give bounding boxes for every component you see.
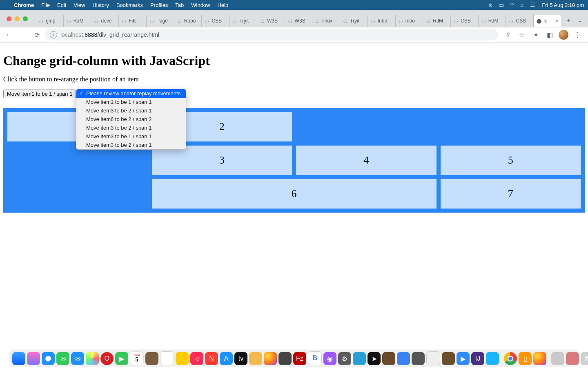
dock-app-1[interactable] — [353, 352, 366, 365]
dock-systemprefs[interactable]: ⚙ — [338, 352, 351, 365]
chrome-menu-icon[interactable]: ⋮ — [572, 30, 582, 40]
tab-overflow-button[interactable]: ⌄ — [574, 14, 586, 26]
dropdown-option[interactable]: Move item3 to be 2 / span 1 — [76, 123, 186, 132]
dock-preview[interactable] — [249, 352, 262, 365]
dock-contacts[interactable] — [145, 352, 158, 365]
browser-tab[interactable]: ◌Robo — [174, 15, 202, 27]
back-button[interactable]: ← — [3, 29, 15, 40]
new-tab-button[interactable]: + — [563, 15, 574, 26]
dropdown-option[interactable]: Move item1 to be 1 / span 1 — [76, 98, 186, 106]
dock-terminal[interactable]: ➤ — [368, 352, 381, 365]
dock-notes[interactable] — [176, 352, 189, 365]
bluetooth-icon[interactable]: ⎋ — [489, 2, 492, 8]
browser-tab[interactable]: ◌RJM — [423, 15, 451, 27]
dropdown-option[interactable]: Move item3 to be 2 / span 1 — [76, 106, 186, 115]
dock-firefox-2[interactable] — [533, 352, 546, 365]
menubar-app-name[interactable]: Chrome — [14, 2, 34, 8]
dock-calculator[interactable] — [278, 352, 292, 365]
dock-opera[interactable]: O — [100, 352, 114, 365]
dock-trash[interactable]: 🗑 — [581, 352, 588, 365]
battery-icon[interactable]: ▭ — [499, 2, 504, 8]
menu-profiles[interactable]: Profiles — [150, 2, 168, 8]
browser-tab[interactable]: ◌W3S — [285, 15, 313, 27]
menu-tab[interactable]: Tab — [175, 2, 184, 8]
dock-app-4[interactable] — [412, 352, 425, 365]
dock-chrome[interactable] — [504, 352, 517, 365]
browser-tab[interactable]: ◌Tryit — [340, 15, 368, 27]
dock-books[interactable]: ▯ — [519, 352, 532, 365]
profile-avatar[interactable] — [559, 30, 568, 40]
dock-news[interactable]: N — [205, 352, 218, 365]
browser-tab[interactable]: ◌W3S — [257, 15, 285, 27]
browser-tab[interactable]: ◌CSS — [451, 15, 479, 27]
browser-tab[interactable]: ◌deve — [91, 15, 119, 27]
dock-textedit[interactable] — [426, 351, 440, 365]
dock-calendar[interactable]: AUG5 — [130, 351, 144, 365]
browser-tab[interactable]: ◌Tryit — [229, 15, 257, 27]
menu-file[interactable]: File — [41, 2, 50, 8]
browser-tab[interactable]: ◌Inbo — [396, 15, 423, 27]
dropdown-option[interactable]: Please review and/or replay movements — [76, 89, 186, 98]
dock-downloads[interactable] — [551, 352, 564, 365]
browser-tab[interactable]: ◌Page — [147, 15, 174, 27]
menu-view[interactable]: View — [74, 2, 85, 8]
dock-mail[interactable]: ✉ — [71, 352, 84, 365]
menu-history[interactable]: History — [92, 2, 109, 8]
omnibox[interactable]: i localhost:8888/div_grid_rearrange.html — [45, 29, 498, 40]
site-info-icon[interactable]: i — [50, 31, 57, 38]
browser-tab[interactable]: ◌CSS — [202, 15, 229, 27]
dropdown-option[interactable]: Move item3 to be 2 / span 1 — [76, 141, 186, 149]
dock-appstore[interactable]: A — [220, 352, 233, 365]
dock-launchpad[interactable] — [27, 352, 40, 365]
close-tab-icon[interactable]: × — [556, 18, 559, 24]
dock-gimp[interactable] — [442, 352, 455, 365]
dock-brackets[interactable]: B — [308, 351, 322, 365]
dropdown-option[interactable]: Move item3 to be 1 / span 1 — [76, 132, 186, 141]
reload-button[interactable]: ⟳ — [31, 29, 42, 40]
dock-tv[interactable]: tv — [234, 352, 247, 365]
dock-music[interactable]: ♫ — [190, 352, 203, 365]
browser-tab[interactable]: ◌rjmp — [36, 15, 64, 27]
dock-app-5[interactable] — [486, 352, 499, 365]
menubar-clock[interactable]: Fri 5 Aug 3:10 pm — [542, 2, 584, 8]
dock-finder[interactable] — [12, 352, 25, 365]
menu-edit[interactable]: Edit — [57, 2, 66, 8]
side-panel-icon[interactable]: ◧ — [545, 30, 555, 40]
browser-tab[interactable]: ◌File — [119, 15, 147, 27]
dock-podcasts[interactable]: ◉ — [323, 352, 336, 365]
dock-reminders[interactable] — [160, 351, 174, 365]
spotlight-icon[interactable]: ⌕ — [520, 2, 523, 8]
forward-button[interactable]: → — [17, 29, 29, 40]
dock-facetime[interactable]: ▶ — [115, 352, 128, 365]
dock-photos[interactable] — [86, 352, 99, 365]
extensions-icon[interactable]: ✦ — [531, 30, 541, 40]
browser-tab[interactable]: ◌RJM — [479, 15, 506, 27]
close-window-button[interactable] — [7, 16, 11, 21]
dock-firefox-1[interactable] — [264, 352, 277, 365]
menu-bookmarks[interactable]: Bookmarks — [116, 2, 143, 8]
menu-help[interactable]: Help — [218, 2, 229, 8]
browser-tab[interactable]: ◌RJM — [64, 15, 91, 27]
dock-folder[interactable] — [566, 352, 579, 365]
dock-intellij[interactable]: IJ — [471, 352, 484, 365]
browser-tab[interactable]: ◌CSS — [506, 15, 534, 27]
dock-safari[interactable] — [42, 352, 55, 365]
control-center-icon[interactable]: ☰ — [530, 2, 535, 8]
dock-app-3[interactable] — [397, 352, 410, 365]
share-icon[interactable]: ⇪ — [503, 30, 513, 40]
dropdown-option[interactable]: Move item6 to be 2 / span 2 — [76, 115, 186, 123]
browser-tab[interactable]: ◌linux — [312, 15, 340, 27]
menu-window[interactable]: Window — [191, 2, 210, 8]
move-button[interactable]: Move item1 to be 1 / span 1 — [3, 90, 76, 98]
browser-tab-active[interactable]: ⬤lo× — [534, 15, 561, 27]
browser-tab[interactable]: ◌Inbo — [368, 15, 396, 27]
dock-zoom[interactable]: ▶ — [457, 352, 470, 365]
wifi-icon[interactable]: ⌔ — [510, 2, 514, 8]
dock-app-2[interactable] — [382, 352, 395, 365]
minimize-window-button[interactable] — [15, 16, 20, 21]
dock-messages[interactable]: ✉ — [56, 352, 69, 365]
movements-dropdown[interactable]: Please review and/or replay movementsMov… — [76, 89, 186, 150]
zoom-window-button[interactable] — [23, 16, 28, 21]
bookmark-star-icon[interactable]: ☆ — [517, 30, 527, 40]
dock-filezilla[interactable]: Fz — [293, 352, 306, 365]
